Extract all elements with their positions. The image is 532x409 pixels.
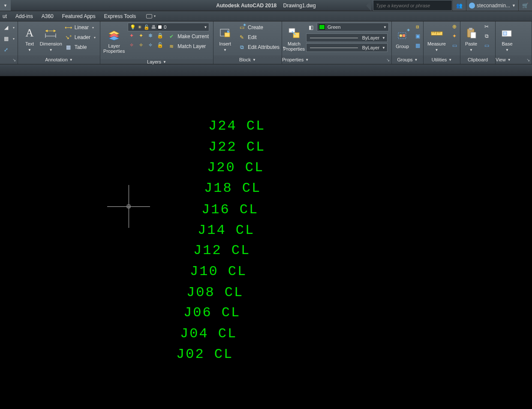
layer-off-icon[interactable]: ✦ xyxy=(128,32,135,39)
dimension-icon xyxy=(45,27,57,39)
cut-button[interactable]: ✂ xyxy=(483,23,490,30)
svg-rect-16 xyxy=(403,34,405,37)
bulb-icon: 💡 xyxy=(130,24,136,30)
svg-rect-24 xyxy=(469,28,472,30)
text-button[interactable]: A Text ▼ xyxy=(21,23,39,55)
layer-uniso-icon[interactable]: ✧ xyxy=(137,41,145,49)
layer-tool-grid: ✦ ✦ ❄ 🔒 ✧ ✧ ✧ 🔓 xyxy=(128,32,164,59)
layer-name: 0 xyxy=(164,24,166,30)
cad-text[interactable]: J06 CL xyxy=(183,305,240,321)
ribbon-tab-featured-apps[interactable]: Featured Apps xyxy=(58,12,100,21)
drawing-canvas[interactable]: J24 CLJ22 CLJ20 CLJ18 CLJ16 CLJ14 CLJ12 … xyxy=(0,76,532,409)
copy-button[interactable]: ⧉ xyxy=(483,32,490,40)
copy-clip-button[interactable]: ▭ xyxy=(483,42,490,49)
qat-dropdown[interactable]: ▼ xyxy=(0,0,11,11)
quick-select-button[interactable]: ✦ xyxy=(451,32,458,40)
cad-text[interactable]: J16 CL xyxy=(201,202,258,218)
lineweight-icon xyxy=(310,38,358,38)
bylayer-color-button[interactable]: ◧ xyxy=(306,23,316,32)
ungroup-button[interactable]: ⧈ xyxy=(414,23,421,30)
help-search-input[interactable] xyxy=(373,0,452,11)
measure-icon xyxy=(430,27,443,39)
fillet-button[interactable]: ◢▾ xyxy=(1,23,16,32)
group-edit-button[interactable]: ▣ xyxy=(414,32,421,40)
svg-marker-4 xyxy=(45,30,48,32)
sun-icon: ☀ xyxy=(138,24,142,30)
make-current-button[interactable]: ✔Make Current xyxy=(166,32,210,41)
properties-panel: Match Properties ◧ Green ▼ ByLayer ▼ xyxy=(282,21,392,64)
block-panel: Insert ▼ ▭Create ✎Edit ⧉Edit Attributes▾… xyxy=(213,21,282,64)
cad-text[interactable]: J18 CL xyxy=(204,180,261,196)
layer-thaw-icon[interactable]: ✧ xyxy=(147,41,154,49)
paste-button[interactable]: Paste ▼ xyxy=(462,23,480,55)
exchange-apps-button[interactable]: 🛒 xyxy=(518,0,532,11)
layer-properties-button[interactable]: Layer Properties xyxy=(103,23,125,59)
block-create-button[interactable]: ▭Create xyxy=(237,23,286,32)
ribbon-tab-a360[interactable]: A360 xyxy=(37,12,58,21)
layer-dropdown[interactable]: 💡 ☀ 🔓 🖶 0 ▼ xyxy=(128,23,209,31)
linear-button[interactable]: ⟷Linear▾ xyxy=(63,23,97,32)
match-properties-button[interactable]: Match Properties xyxy=(285,23,304,55)
layer-lock-icon[interactable]: 🔒 xyxy=(156,32,164,39)
color-value: Green xyxy=(328,24,381,30)
ribbon-tab[interactable]: ut xyxy=(3,12,11,21)
base-icon xyxy=(501,27,514,39)
cad-text[interactable]: J12 CL xyxy=(193,242,250,258)
cad-text[interactable]: J24 CL xyxy=(208,118,265,134)
cad-text[interactable]: J04 CL xyxy=(180,326,237,342)
lineweight-dropdown[interactable]: ByLayer ▼ xyxy=(306,33,388,42)
ribbon-tab-addins[interactable]: Add-ins xyxy=(11,12,37,21)
title-bar: ▼ Autodesk AutoCAD 2018 Drawing1.dwg 👥 s… xyxy=(0,0,532,11)
file-tab-bar[interactable] xyxy=(0,64,532,76)
cad-text[interactable]: J22 CL xyxy=(208,139,265,155)
paste-icon xyxy=(465,27,478,39)
linetype-value: ByLayer xyxy=(362,45,379,50)
select-all-button[interactable]: ▭ xyxy=(451,42,458,49)
cad-text[interactable]: J02 CL xyxy=(176,346,233,362)
subobject-button[interactable]: ⤢ xyxy=(1,45,16,55)
signin-button[interactable]: steconadmin... ▼ xyxy=(466,0,518,11)
linetype-dropdown[interactable]: ByLayer ▼ xyxy=(306,43,388,52)
group-icon xyxy=(396,29,409,42)
edit-attributes-button[interactable]: ⧉Edit Attributes▾ xyxy=(237,42,286,52)
layer-unlock-icon[interactable]: 🔓 xyxy=(156,41,164,49)
ribbon-tab-express-tools[interactable]: Express Tools xyxy=(100,12,140,21)
point-button[interactable]: ⊕ xyxy=(451,23,458,30)
utilities-panel: Measure ▼ ⊕ ✦ ▭ Utilities▼ xyxy=(424,21,460,64)
insert-button[interactable]: Insert ▼ xyxy=(216,23,234,55)
user-icon xyxy=(469,3,475,9)
lock-icon: 🔓 xyxy=(144,24,150,30)
match-properties-icon xyxy=(288,27,301,39)
base-button[interactable]: Base ▼ xyxy=(498,23,516,55)
layer-on-icon[interactable]: ✧ xyxy=(128,41,135,49)
print-icon: 🖶 xyxy=(151,24,156,30)
color-swatch-icon xyxy=(319,24,325,30)
table-button[interactable]: ▦Table xyxy=(63,42,97,52)
block-edit-button[interactable]: ✎Edit xyxy=(237,33,286,42)
ribbon-panel-cycle[interactable]: ▾ xyxy=(143,13,159,19)
cad-text[interactable]: J08 CL xyxy=(186,285,243,300)
crosshair-cursor xyxy=(129,206,129,207)
leader-button[interactable]: ↘°Leader▾ xyxy=(63,33,97,42)
clipboard-panel: Paste ▼ ✂ ⧉ ▭ Clipboard xyxy=(460,21,496,64)
svg-rect-10 xyxy=(225,33,230,37)
group-select-button[interactable]: ▦ xyxy=(414,42,421,49)
layer-iso-icon[interactable]: ✦ xyxy=(137,32,145,39)
svg-rect-27 xyxy=(503,32,507,35)
insert-icon xyxy=(219,27,231,39)
group-button[interactable]: Group xyxy=(394,23,411,55)
measure-button[interactable]: Measure ▼ xyxy=(425,23,448,55)
infocenter-button[interactable]: 👥 xyxy=(452,0,466,11)
dimension-button[interactable]: Dimension ▼ xyxy=(41,23,61,55)
app-name: Autodesk AutoCAD 2018 xyxy=(216,3,277,9)
array-button[interactable]: ▦▾ xyxy=(1,34,16,43)
cad-text[interactable]: J10 CL xyxy=(190,264,247,279)
color-dropdown[interactable]: Green ▼ xyxy=(317,23,389,31)
cad-text[interactable]: J14 CL xyxy=(198,222,255,238)
layer-freeze-icon[interactable]: ❄ xyxy=(147,32,154,39)
color-swatch xyxy=(158,25,162,29)
cad-text[interactable]: J20 CL xyxy=(207,160,264,176)
match-layer-button[interactable]: ≋Match Layer xyxy=(166,42,210,51)
svg-point-15 xyxy=(400,34,402,37)
linetype-icon xyxy=(310,48,358,48)
